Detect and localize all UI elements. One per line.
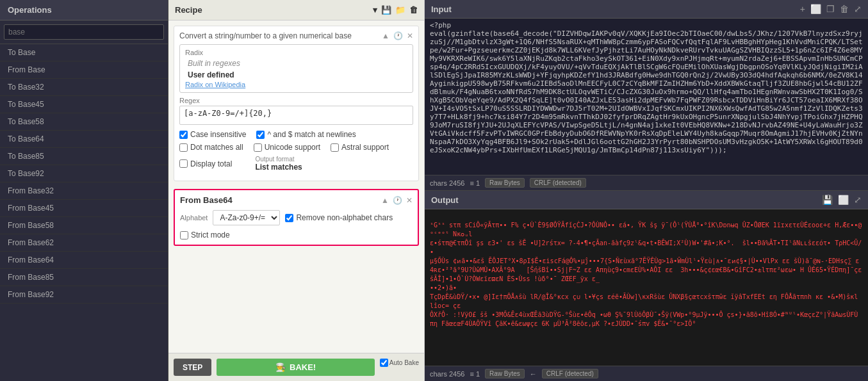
window-icon[interactable]: ⬜ [810,4,821,14]
sidebar-header: Operations [0,0,168,20]
remove-non-alpha-label: Remove non-alphabet chars [296,213,393,222]
sidebar-item-from-base32[interactable]: From Base32 [0,182,168,200]
output-format-value: List matches [255,163,302,172]
astral-support-label: Astral support [341,143,389,152]
alphabet-label: Alphabet [180,214,208,222]
clock-icon[interactable]: 🕐 [393,31,403,40]
dot-matches-label: Dot matches all [190,143,243,152]
sidebar-item-to-base85[interactable]: To Base85 [0,148,168,165]
output-content: ˢGˢˢ sτπ sCiÔ«ÿĀτπ•• F% ç•Ù`È9§ØÔŸĀfǐçĊJ… [425,209,868,366]
save-icon[interactable]: 💾 [381,5,391,15]
astral-support-option[interactable]: Astral support [331,143,389,152]
folder-icon[interactable]: 📁 [395,5,405,15]
unicode-support-checkbox[interactable] [254,143,262,152]
close-icon[interactable]: ✕ [407,31,413,40]
arrow-icon: ← [530,370,537,378]
search-input[interactable] [4,24,164,40]
output-window-icon[interactable]: ⬜ [838,195,849,205]
output-footer: chars 2456 ≡ 1 Raw Bytes ← CRLF (detecte… [425,366,868,381]
chevron-up-icon[interactable]: ▲ [382,31,389,40]
recipe-footer: STEP 👨‍🍳 BAKE! Auto Bake [168,353,424,381]
remove-non-alpha-option[interactable]: Remove non-alphabet chars [285,213,393,222]
display-total-label: Display total [190,159,232,168]
case-insensitive-checkbox[interactable] [179,131,188,139]
options-row-2: Dot matches all Unicode support Astral s… [179,143,413,152]
input-footer: chars 2456 ≡ 1 Raw Bytes CRLF (detected) [425,175,868,190]
suggestion-user-defined[interactable]: User defined [185,69,407,81]
auto-bake-checkbox[interactable] [380,359,388,367]
unicode-support-option[interactable]: Unicode support [254,143,320,152]
radix-wikipedia-link[interactable]: Radix on Wikipedia [185,81,407,88]
output-chars-stat: chars 2456 [430,370,464,378]
input-panel-icons: + ⬜ ❐ 🗑 ⤢ [800,4,862,14]
recipe-title: Recipe [175,5,202,15]
remove-non-alpha-checkbox[interactable] [285,214,293,222]
caret-dollar-option[interactable]: ^ and $ match at newlines [256,130,356,139]
sidebar-item-from-base[interactable]: From Base [0,61,168,79]
sidebar-item-from-base64[interactable]: From Base64 [0,252,168,269]
sidebar-item-to-base58[interactable]: To Base58 [0,113,168,131]
regex-card-title: Convert a string/number to a given numer… [179,31,352,40]
raw-bytes-btn[interactable]: Raw Bytes [485,178,525,188]
sidebar-item-from-base62[interactable]: From Base62 [0,234,168,252]
output-crlf-btn[interactable]: CRLF (detected) [542,369,598,378]
output-copy-icon[interactable]: 💾 [822,195,833,205]
auto-bake-area: Auto Bake [380,359,419,376]
alphabet-select[interactable]: A-Za-z0-9+/= [213,210,280,225]
unicode-support-label: Unicode support [265,143,320,152]
options-row-1: Case insensitive ^ and $ match at newlin… [179,130,413,139]
regex-card-icons: ▲ 🕐 ✕ [382,31,413,40]
display-total-checkbox[interactable] [179,159,188,168]
recipe-header: Recipe ▾ 💾 📁 🗑 [168,0,424,20]
sidebar-item-to-base45[interactable]: To Base45 [0,96,168,113]
input-panel: Input + ⬜ ❐ 🗑 ⤢ <?php eval(gzinflate(bas… [425,0,868,191]
dot-matches-checkbox[interactable] [179,143,188,152]
auto-bake-option[interactable]: Auto Bake [380,359,419,367]
expand-icon[interactable]: ⤢ [854,4,862,14]
crlf-btn[interactable]: CRLF (detected) [530,178,586,188]
astral-support-checkbox[interactable] [331,143,339,152]
caret-dollar-checkbox[interactable] [256,131,265,139]
from-chevron-up-icon[interactable]: ▲ [381,196,389,205]
from-card-icons: ▲ 🕐 ✕ [381,196,413,205]
trash-icon[interactable]: 🗑 [409,5,418,15]
copy-icon[interactable]: ❐ [826,4,835,14]
step-button[interactable]: STEP [174,359,211,376]
bake-button[interactable]: 👨‍🍳 BAKE! [217,359,375,376]
case-insensitive-label: Case insensitive [190,130,246,139]
case-insensitive-option[interactable]: Case insensitive [179,130,246,139]
output-panel-icons: 💾 ⬜ ⤢ [822,195,862,205]
chevron-down-icon[interactable]: ▾ [373,5,377,15]
output-format-label: Output format [255,156,302,163]
suggestion-built-in[interactable]: Built in regexes [185,58,407,69]
output-expand-icon[interactable]: ⤢ [854,195,862,205]
add-icon[interactable]: + [800,4,805,14]
sidebar-item-from-base45[interactable]: From Base45 [0,200,168,217]
input-content[interactable]: <?php eval(gzinflate(base64_decode("DIZV… [425,19,868,175]
sidebar-item-from-base92[interactable]: From Base92 [0,286,168,304]
strict-mode-option[interactable]: Strict mode [180,231,413,239]
dot-matches-option[interactable]: Dot matches all [179,143,243,152]
output-raw-bytes-btn[interactable]: Raw Bytes [485,369,525,378]
sidebar-item-to-base[interactable]: To Base [0,44,168,61]
sidebar-item-to-base64[interactable]: To Base64 [0,131,168,148]
regex-card: Convert a string/number to a given numer… [174,26,419,181]
regex-input[interactable]: [a-zA-Z0-9=/+]{20,} [179,106,413,125]
sidebar-item-from-base58[interactable]: From Base58 [0,217,168,234]
suggestion-box: Radix Built in regexes User defined Radi… [179,44,413,93]
options-row-3: Display total Output format List matches [179,156,413,172]
sidebar-item-to-base92[interactable]: To Base92 [0,165,168,182]
sidebar-item-to-base32[interactable]: To Base32 [0,79,168,96]
sidebar-item-from-base85[interactable]: From Base85 [0,269,168,286]
strict-mode-checkbox[interactable] [180,231,188,239]
input-trash-icon[interactable]: 🗑 [840,4,849,14]
input-panel-title: Input [431,4,452,14]
output-format-group: Output format List matches [255,156,302,172]
display-total-option[interactable]: Display total [179,156,232,172]
from-clock-icon[interactable]: 🕐 [393,196,402,205]
bake-label: BAKE! [290,362,316,372]
sidebar-search-area [0,20,168,44]
input-chars-stat: chars 2456 [430,179,464,187]
recipe-header-icons: ▾ 💾 📁 🗑 [373,5,418,15]
from-close-icon[interactable]: ✕ [406,196,413,205]
